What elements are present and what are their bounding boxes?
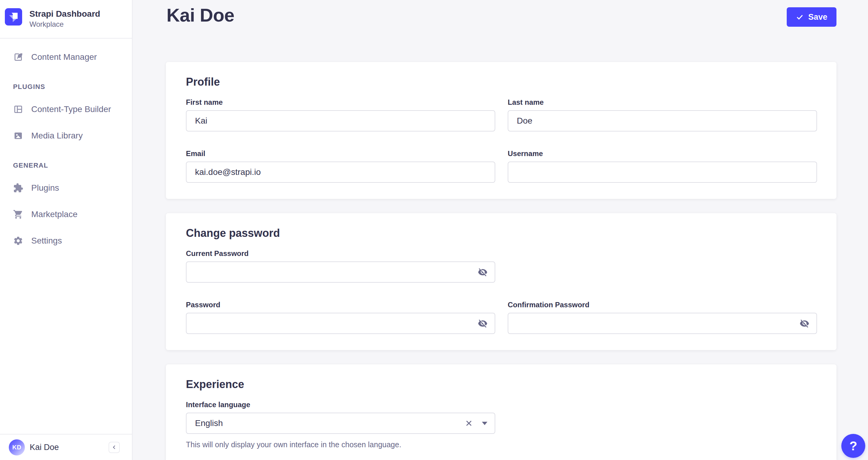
current-password-input[interactable] — [186, 261, 495, 283]
new-password-field-group: Password — [186, 300, 495, 334]
first-name-input[interactable] — [186, 110, 495, 132]
sidebar-collapse-button[interactable] — [108, 442, 120, 453]
first-name-field-group: First name — [186, 98, 495, 132]
plugins-icon — [13, 183, 23, 193]
toggle-confirmation-password-visibility-button[interactable] — [798, 317, 810, 329]
password-form: Current Password Password — [186, 249, 817, 334]
brand[interactable]: Strapi Dashboard Workplace — [0, 0, 132, 38]
sidebar-item-label: Media Library — [31, 131, 83, 141]
username-label: Username — [508, 149, 817, 158]
eye-off-icon — [800, 318, 809, 328]
current-password-field-group: Current Password — [186, 249, 495, 283]
help-button[interactable]: ? — [841, 434, 865, 458]
chevron-left-icon — [111, 444, 117, 450]
sidebar-section-plugins: PLUGINS — [13, 83, 132, 91]
profile-form: First name Last name Email Username — [186, 98, 817, 183]
sidebar-item-plugins[interactable]: Plugins — [0, 179, 132, 197]
email-field-group: Email — [186, 149, 495, 183]
profile-card: Profile First name Last name Email Usern… — [166, 62, 836, 199]
email-label: Email — [186, 149, 495, 158]
avatar: KD — [9, 439, 25, 455]
eye-off-icon — [478, 267, 488, 277]
last-name-label: Last name — [508, 98, 817, 107]
confirmation-password-input[interactable] — [508, 313, 817, 334]
sidebar: Strapi Dashboard Workplace Content Manag… — [0, 0, 132, 460]
strapi-logo-icon — [5, 8, 22, 26]
page-header: Kai Doe Save — [132, 0, 868, 27]
toggle-new-password-visibility-button[interactable] — [476, 317, 489, 329]
sidebar-item-settings[interactable]: Settings — [0, 232, 132, 249]
sidebar-item-label: Content Manager — [31, 52, 97, 62]
content-type-builder-icon — [13, 104, 23, 114]
username-input[interactable] — [508, 162, 817, 183]
sidebar-item-media-library[interactable]: Media Library — [0, 127, 132, 144]
sidebar-item-marketplace[interactable]: Marketplace — [0, 206, 132, 223]
username-field-group: Username — [508, 149, 817, 183]
question-mark-icon: ? — [849, 439, 857, 453]
interface-language-field-group: Interface language English This will onl… — [186, 400, 495, 449]
eye-off-icon — [478, 318, 488, 328]
chevron-down-icon[interactable] — [482, 422, 487, 425]
first-name-label: First name — [186, 98, 495, 107]
save-button[interactable]: Save — [787, 7, 836, 27]
clear-language-button[interactable] — [464, 418, 474, 428]
brand-title: Strapi Dashboard — [29, 9, 100, 19]
marketplace-icon — [13, 209, 23, 220]
interface-language-select[interactable]: English — [186, 413, 495, 434]
sidebar-item-content-type-builder[interactable]: Content-Type Builder — [0, 101, 132, 118]
experience-card: Experience Interface language English Th… — [166, 364, 836, 460]
last-name-field-group: Last name — [508, 98, 817, 132]
current-password-label: Current Password — [186, 249, 495, 258]
new-password-label: Password — [186, 300, 495, 309]
interface-language-value: English — [195, 419, 464, 428]
change-password-card-title: Change password — [186, 228, 817, 239]
sidebar-user-row: KD Kai Doe — [0, 434, 132, 460]
media-library-icon — [13, 131, 23, 141]
sidebar-item-label: Marketplace — [31, 209, 78, 219]
sidebar-item-label: Plugins — [31, 183, 59, 193]
change-password-card: Change password Current Password Passwor… — [166, 213, 836, 350]
settings-icon — [13, 236, 23, 246]
sidebar-item-content-manager[interactable]: Content Manager — [0, 49, 132, 65]
profile-card-title: Profile — [186, 77, 817, 87]
content-manager-icon — [13, 52, 23, 62]
new-password-input[interactable] — [186, 313, 495, 334]
interface-language-helper: This will only display your own interfac… — [186, 440, 495, 449]
experience-card-title: Experience — [186, 379, 817, 390]
content-area: Profile First name Last name Email Usern… — [132, 62, 868, 460]
save-button-label: Save — [808, 12, 827, 22]
sidebar-nav: Content Manager PLUGINS Content-Type Bui… — [0, 38, 132, 434]
main-content: Kai Doe Save Profile First name Last nam… — [132, 0, 868, 460]
check-icon — [796, 13, 804, 21]
interface-language-label: Interface language — [186, 400, 495, 409]
user-name: Kai Doe — [30, 443, 59, 452]
experience-form: Interface language English This will onl… — [186, 400, 817, 449]
clear-x-icon — [465, 419, 473, 427]
brand-subtitle: Workplace — [29, 20, 100, 29]
toggle-current-password-visibility-button[interactable] — [476, 266, 489, 278]
sidebar-item-label: Content-Type Builder — [31, 105, 111, 114]
confirmation-password-field-group: Confirmation Password — [508, 300, 817, 334]
confirmation-password-label: Confirmation Password — [508, 300, 817, 309]
last-name-input[interactable] — [508, 110, 817, 132]
sidebar-section-general: GENERAL — [13, 162, 132, 169]
page-title: Kai Doe — [166, 5, 235, 26]
email-field[interactable] — [186, 162, 495, 183]
sidebar-item-label: Settings — [31, 236, 62, 246]
brand-text: Strapi Dashboard Workplace — [29, 8, 100, 29]
